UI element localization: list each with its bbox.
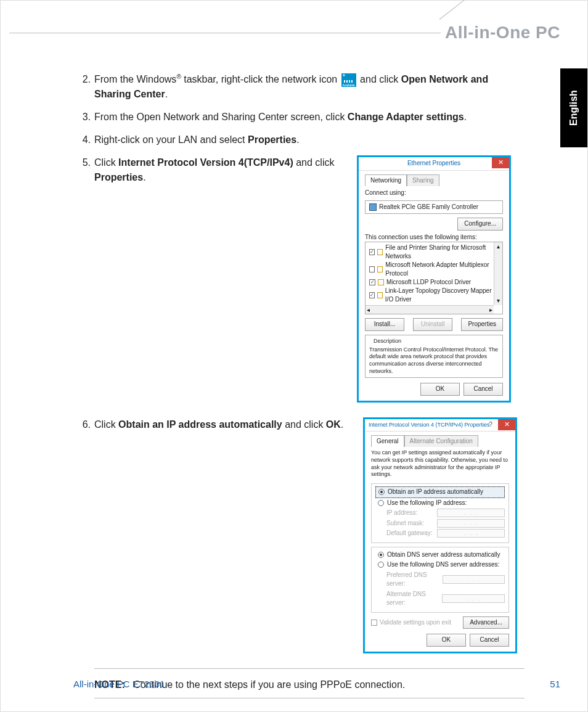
close-icon[interactable]: ✕ — [492, 157, 509, 168]
radio-manual-ip[interactable]: Use the following IP address: — [375, 498, 505, 509]
list-item[interactable]: ✓File and Printer Sharing for Microsoft … — [365, 243, 502, 261]
step-number: 4. — [81, 133, 94, 147]
list-item-label: Microsoft Network Adapter Multiplexor Pr… — [385, 261, 500, 278]
bold-text: Obtain an IP address automatically — [118, 419, 282, 430]
items-listbox[interactable]: ✓File and Printer Sharing for Microsoft … — [365, 242, 503, 314]
dialog-title: Ethernet Properties — [407, 159, 460, 168]
alt-dns-row: Alternate DNS server:. . . — [375, 589, 505, 608]
text: and click — [282, 419, 326, 430]
protocol-icon — [377, 292, 383, 298]
protocol-icon — [377, 249, 383, 255]
list-item-label: File and Printer Sharing for Microsoft N… — [385, 243, 500, 261]
network-tray-icon: Available — [341, 73, 356, 87]
radio-label: Use the following DNS server addresses: — [387, 560, 499, 570]
bold-text: Change Adapter settings — [348, 112, 464, 122]
radio-icon — [378, 500, 384, 506]
step-number: 3. — [81, 110, 94, 124]
close-icon[interactable]: ✕ — [498, 419, 515, 430]
dialog-titlebar: Internet Protocol Version 4 (TCP/IPv4) P… — [365, 419, 515, 432]
checkbox-icon[interactable]: ✓ — [369, 292, 375, 298]
content: 2. From the Windows® taskbar, right-clic… — [81, 72, 525, 698]
list-item[interactable]: Microsoft Network Adapter Multiplexor Pr… — [365, 261, 502, 278]
ip-input[interactable]: . . . — [437, 529, 505, 538]
bold-text: Internet Protocol Version 4(TCP/IPv4) — [118, 157, 293, 168]
scroll-left-icon[interactable]: ◂ — [367, 306, 370, 315]
header-rule — [9, 33, 441, 33]
checkbox-icon[interactable]: ✓ — [369, 279, 375, 285]
adapter-icon — [369, 203, 377, 211]
step-6-row: 6. Click Obtain an IP address automatica… — [81, 417, 525, 653]
configure-button[interactable]: Configure... — [457, 218, 503, 231]
scroll-right-icon[interactable]: ▸ — [489, 306, 492, 315]
page-title: All-in-One PC — [445, 23, 560, 43]
radio-icon — [378, 562, 384, 568]
text: and click — [293, 157, 335, 168]
text: and click — [360, 74, 401, 84]
ok-button[interactable]: OK — [420, 383, 460, 396]
radio-icon — [378, 489, 385, 495]
radio-icon — [378, 552, 384, 558]
step-body: Right-click on your LAN and select Prope… — [94, 133, 525, 147]
cancel-button[interactable]: Cancel — [470, 634, 509, 647]
install-button[interactable]: Install... — [365, 318, 404, 331]
ip-input[interactable]: . . . — [437, 519, 505, 528]
tab-alternate[interactable]: Alternate Configuration — [404, 435, 478, 448]
tab-bar: Networking Sharing — [365, 174, 503, 187]
tab-sharing[interactable]: Sharing — [407, 174, 439, 187]
description-text: Transmission Control Protocol/Internet P… — [369, 346, 499, 375]
radio-label: Obtain DNS server address automatically — [387, 550, 500, 560]
list-item-label: Link-Layer Topology Discovery Mapper I/O… — [385, 287, 500, 304]
checkbox-icon[interactable] — [369, 266, 375, 272]
header-rule-diag — [439, 0, 468, 20]
help-icon[interactable]: ? — [484, 419, 497, 430]
text: . — [464, 112, 467, 122]
page-footer: All-in-One PC ET2301 51 — [73, 679, 560, 689]
ip-input[interactable]: . . . — [437, 509, 505, 517]
items-inner: ✓File and Printer Sharing for Microsoft … — [365, 243, 502, 314]
checkbox-icon[interactable]: ✓ — [369, 249, 375, 255]
text: . — [341, 419, 343, 430]
radio-label: Obtain an IP address automatically — [388, 488, 483, 497]
checkbox-label: Validate settings upon exit — [380, 618, 451, 628]
step-2: 2. From the Windows® taskbar, right-clic… — [81, 72, 525, 101]
list-item[interactable]: ✓Microsoft LLDP Protocol Driver — [365, 278, 502, 287]
step-body: Click Internet Protocol Version 4(TCP/IP… — [94, 155, 346, 184]
list-item[interactable]: ✓Link-Layer Topology Discovery Mapper I/… — [365, 287, 502, 304]
step-4: 4. Right-click on your LAN and select Pr… — [81, 133, 525, 147]
scroll-up-icon[interactable]: ▴ — [497, 242, 500, 252]
ip-input[interactable]: . . . — [443, 575, 505, 584]
radio-auto-dns[interactable]: Obtain DNS server address automatically — [375, 550, 505, 560]
scroll-down-icon[interactable]: ▾ — [497, 297, 500, 306]
subnet-row: Subnet mask:. . . — [375, 518, 505, 529]
text: From the Windows — [94, 74, 176, 84]
step-number: 5. — [81, 155, 94, 184]
items-label: This connection uses the following items… — [365, 233, 503, 242]
list-item-label: Microsoft LLDP Protocol Driver — [386, 278, 471, 287]
cancel-button[interactable]: Cancel — [463, 383, 503, 396]
ip-input[interactable]: . . . — [442, 594, 505, 603]
scrollbar-vertical[interactable]: ▴▾ — [494, 242, 502, 305]
bold-text: Properties — [248, 134, 296, 145]
scrollbar-horizontal[interactable]: ◂▸ — [365, 305, 494, 314]
text: Click — [94, 157, 118, 168]
radio-manual-dns[interactable]: Use the following DNS server addresses: — [375, 560, 505, 570]
step-number: 6. — [81, 417, 94, 432]
registered-mark: ® — [176, 73, 181, 80]
radio-auto-ip[interactable]: Obtain an IP address automatically — [375, 486, 505, 498]
bold-text: Properties — [94, 172, 143, 182]
dns-group: Obtain DNS server address automatically … — [371, 547, 509, 613]
tab-general[interactable]: General — [371, 435, 404, 448]
icon-caption: Available — [341, 83, 356, 87]
step-body: Click Obtain an IP address automatically… — [94, 417, 352, 432]
tab-networking[interactable]: Networking — [365, 174, 407, 187]
description-box: Description Transmission Control Protoco… — [365, 335, 503, 378]
step-3: 3. From the Open Network and Sharing Cen… — [81, 110, 525, 124]
text: From the Open Network and Sharing Center… — [94, 112, 348, 122]
step-number: 2. — [81, 72, 94, 101]
validate-checkbox[interactable]: Validate settings upon exit — [371, 618, 451, 628]
properties-button[interactable]: Properties — [461, 318, 503, 331]
advanced-button[interactable]: Advanced... — [463, 616, 509, 629]
uninstall-button[interactable]: Uninstall — [413, 318, 452, 331]
language-tab-label: English — [568, 90, 579, 126]
ok-button[interactable]: OK — [427, 634, 466, 647]
